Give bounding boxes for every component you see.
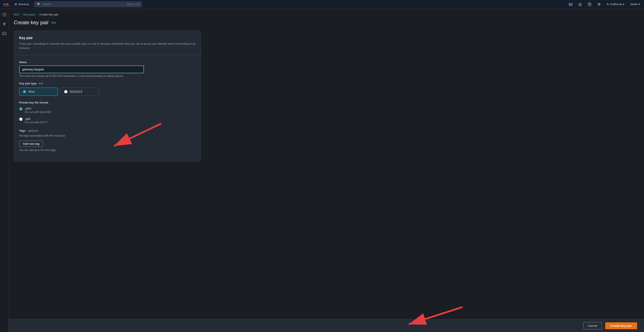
no-tags-text: No tags associated with the resource. (19, 134, 196, 137)
notifications-icon[interactable] (577, 1, 583, 7)
rsa-radio[interactable] (23, 90, 26, 93)
user-menu[interactable]: lamini ▾ (629, 2, 642, 7)
settings-icon[interactable] (596, 1, 602, 7)
page-info-link[interactable]: Info (52, 21, 56, 24)
private-key-format-group: Private key file format .pem For use wit… (19, 101, 196, 124)
pem-radio[interactable] (19, 107, 22, 111)
ed25519-radio[interactable] (64, 90, 68, 93)
pem-option[interactable]: .pem For use with OpenSSH (19, 107, 196, 114)
tags-label: Tags (19, 129, 26, 132)
svg-rect-6 (2, 32, 6, 35)
form-panel: Key pair A key pair, consisting of a pri… (14, 31, 201, 161)
section-desc: A key pair, consisting of a private key … (19, 42, 196, 50)
ed25519-option[interactable]: ED25519 (60, 88, 99, 96)
create-key-pair-button[interactable]: Create key pair (605, 322, 637, 329)
key-pair-type-label-row: Key pair type Info (19, 82, 196, 85)
grid-icon: ⊞ (15, 2, 17, 6)
sidebar-terminal-icon[interactable] (1, 30, 8, 37)
breadcrumb-ec2[interactable]: EC2 (14, 13, 19, 16)
breadcrumb-key-pairs[interactable]: Key pairs (24, 13, 35, 16)
name-hint: The name can include up to 255 ASCII cha… (19, 75, 196, 78)
services-label: Services (18, 2, 29, 6)
breadcrumb: EC2 › Key pairs › Create key pair (14, 13, 639, 16)
page-title: Create key pair (14, 19, 49, 25)
pem-label: .pem (25, 107, 51, 110)
tags-title: Tags - optional (19, 129, 196, 132)
section-title: Key pair (19, 36, 196, 40)
search-icon: 🔍 (37, 2, 41, 6)
ppk-label: .ppk (25, 117, 48, 121)
region-selector[interactable]: N. California ▾ (606, 2, 626, 7)
svg-point-2 (589, 5, 590, 5)
svg-point-3 (598, 4, 600, 5)
name-field-group: Name The name can include up to 255 ASCI… (19, 61, 196, 78)
tag-limit-hint: You can add up to 50 more tags. (19, 149, 196, 152)
sidebar-map-icon[interactable] (1, 21, 8, 27)
search-input[interactable] (42, 2, 125, 6)
name-input[interactable] (19, 65, 144, 73)
rsa-option[interactable]: RSA (19, 88, 58, 96)
private-key-format-label-row: Private key file format (19, 101, 196, 104)
name-label: Name (19, 61, 196, 64)
aws-cloudshell-icon[interactable] (568, 1, 574, 7)
help-icon[interactable] (586, 1, 592, 7)
tags-group: Tags - optional No tags associated with … (19, 129, 196, 152)
rsa-label: RSA (28, 90, 35, 93)
svg-point-5 (4, 23, 5, 24)
breadcrumb-sep-2: › (37, 13, 38, 16)
ppk-radio[interactable] (19, 118, 22, 121)
private-key-format-label: Private key file format (19, 101, 48, 104)
user-label: lamini (630, 2, 638, 6)
aws-logo[interactable] (2, 2, 10, 7)
action-bar: Cancel Create key pair (8, 319, 644, 332)
main-content: EC2 › Key pairs › Create key pair Create… (8, 8, 644, 332)
nav-right: N. California ▾ lamini ▾ (568, 1, 642, 7)
page-title-row: Create key pair Info (14, 19, 639, 25)
key-pair-type-group: Key pair type Info RSA ED25519 (19, 82, 196, 96)
private-key-format-options: .pem For use with OpenSSH .ppk For use w… (19, 107, 196, 124)
divider (14, 55, 201, 55)
ppk-option[interactable]: .ppk For use with PuTTY (19, 117, 196, 124)
top-nav: ⊞ Services 🔍 [Option+S] (0, 0, 644, 8)
search-bar[interactable]: 🔍 [Option+S] (34, 1, 142, 7)
key-pair-type-label: Key pair type (19, 82, 37, 85)
breadcrumb-sep-1: › (21, 13, 22, 16)
tags-optional: - optional (26, 129, 38, 132)
key-pair-type-info[interactable]: Info (39, 82, 43, 85)
svg-point-4 (3, 23, 6, 25)
services-button[interactable]: ⊞ Services (13, 2, 31, 7)
pem-sublabel: For use with OpenSSH (25, 111, 51, 114)
user-chevron: ▾ (638, 2, 640, 6)
sidebar (0, 8, 8, 332)
ed25519-label: ED25519 (70, 90, 82, 93)
sidebar-menu-icon[interactable] (1, 11, 8, 18)
region-chevron: ▾ (623, 2, 624, 6)
cancel-button[interactable]: Cancel (583, 322, 602, 330)
add-tag-button[interactable]: Add new tag (19, 141, 43, 147)
search-shortcut: [Option+S] (127, 3, 139, 6)
ppk-sublabel: For use with PuTTY (25, 121, 48, 124)
key-pair-type-options: RSA ED25519 (19, 88, 196, 96)
region-label: N. California (607, 2, 622, 6)
breadcrumb-current: Create key pair (40, 13, 58, 16)
